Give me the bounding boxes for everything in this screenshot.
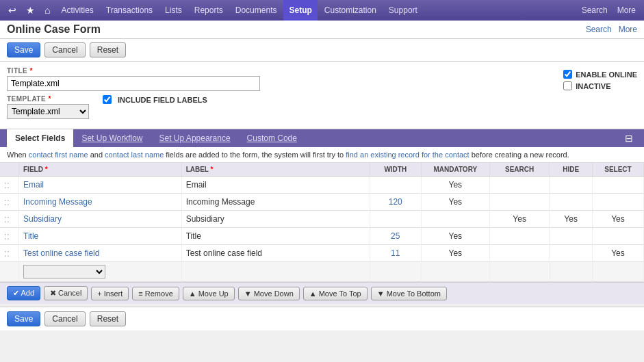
tab-set-up-workflow[interactable]: Set Up Workflow	[73, 129, 151, 147]
nav-customization[interactable]: Customization	[319, 0, 382, 21]
add-label-cell	[181, 262, 370, 282]
save-button[interactable]: Save	[7, 42, 40, 57]
right-checkboxes: ENABLE ONLINE INACTIVE	[563, 67, 637, 90]
tabs-bar: Select Fields Set Up Workflow Set Up App…	[0, 129, 644, 147]
insert-button[interactable]: + Insert	[91, 287, 129, 300]
add-width-cell	[370, 262, 421, 282]
back-icon[interactable]: ↩	[4, 5, 21, 16]
drag-handle[interactable]: ::	[4, 214, 10, 224]
move-down-button[interactable]: ▼ Move Down	[238, 287, 300, 300]
tab-select-fields[interactable]: Select Fields	[7, 129, 73, 147]
bottom-toolbar: Save Cancel Reset	[0, 307, 644, 331]
mandatory-cell: Yes	[421, 177, 489, 194]
enable-online-checkbox[interactable]	[563, 70, 572, 79]
bottom-save-button[interactable]: Save	[7, 311, 40, 326]
tab-custom-code[interactable]: Custom Code	[239, 129, 305, 147]
select-cell	[592, 228, 643, 245]
drag-cell: ::	[0, 177, 19, 194]
enable-online-checkbox-row[interactable]: ENABLE ONLINE	[563, 70, 637, 79]
form-area: TITLE * ENABLE ONLINE INACTIVE TEMPLATE	[0, 62, 644, 129]
label-cell: Subsidiary	[181, 211, 370, 228]
inactive-label: INACTIVE	[576, 82, 610, 90]
fields-table: FIELD * LABEL * WIDTH MANDATORY SEARCH H…	[0, 163, 644, 282]
inactive-checkbox-row[interactable]: INACTIVE	[563, 81, 637, 90]
col-select: SELECT	[592, 163, 643, 177]
width-cell: 11	[370, 245, 421, 262]
drag-cell: ::	[0, 245, 19, 262]
info-message: When contact first name and contact last…	[0, 147, 644, 163]
select-cell	[592, 194, 643, 211]
home-icon[interactable]: ⌂	[40, 5, 54, 16]
add-select-cell	[592, 262, 643, 282]
width-cell: 25	[370, 228, 421, 245]
top-navigation: ↩ ★ ⌂ Activities Transactions Lists Repo…	[0, 0, 644, 21]
search-cell	[489, 245, 550, 262]
field-cell[interactable]: Subsidiary	[19, 211, 182, 228]
add-search-cell	[489, 262, 550, 282]
nav-setup[interactable]: Setup	[283, 0, 317, 21]
col-drag	[0, 163, 19, 177]
nav-documents[interactable]: Documents	[230, 0, 283, 21]
move-to-top-button[interactable]: ▲ Move To Top	[303, 287, 368, 300]
nav-support[interactable]: Support	[383, 0, 423, 21]
nav-more[interactable]: More	[613, 5, 640, 15]
field-cell[interactable]: Email	[19, 177, 182, 194]
field-cell[interactable]: Incoming Message	[19, 194, 182, 211]
template-required: *	[48, 95, 51, 103]
table-row: :: Test online case field Test online ca…	[0, 245, 644, 262]
page-header: Online Case Form Search More	[0, 21, 644, 39]
cancel-button[interactable]: Cancel	[44, 42, 85, 57]
action-bar: ✔ Add ✖ Cancel + Insert ≡ Remove ▲ Move …	[0, 282, 644, 304]
header-more-link[interactable]: More	[619, 25, 637, 34]
template-select[interactable]: Template.xml	[7, 104, 89, 119]
label-cell: Incoming Message	[181, 194, 370, 211]
search-cell: Yes	[489, 211, 550, 228]
table-row: :: Incoming Message Incoming Message 120…	[0, 194, 644, 211]
add-field-cell[interactable]	[19, 262, 182, 282]
title-input[interactable]	[7, 76, 260, 91]
include-field-labels-checkbox[interactable]	[103, 95, 112, 104]
field-cell[interactable]: Title	[19, 228, 182, 245]
hide-cell: Yes	[550, 211, 593, 228]
inactive-checkbox[interactable]	[563, 81, 572, 90]
add-field-select[interactable]	[23, 265, 105, 279]
reset-button[interactable]: Reset	[90, 42, 126, 57]
hide-cell	[550, 194, 593, 211]
bottom-reset-button[interactable]: Reset	[90, 311, 126, 326]
drag-handle[interactable]: ::	[4, 248, 10, 259]
tab-set-up-appearance[interactable]: Set Up Appearance	[151, 129, 239, 147]
move-to-bottom-button[interactable]: ▼ Move To Bottom	[371, 287, 447, 300]
drag-handle[interactable]: ::	[4, 231, 10, 242]
label-cell: Email	[181, 177, 370, 194]
nav-lists[interactable]: Lists	[159, 0, 188, 21]
table-row: :: Email Email Yes	[0, 177, 644, 194]
move-up-button[interactable]: ▲ Move Up	[183, 287, 235, 300]
width-cell	[370, 177, 421, 194]
remove-button[interactable]: ≡ Remove	[132, 287, 179, 300]
add-button[interactable]: ✔ Add	[7, 286, 40, 300]
drag-cell: ::	[0, 194, 19, 211]
collapse-icon[interactable]: ⊟	[621, 130, 637, 146]
search-cell	[489, 228, 550, 245]
width-cell: 120	[370, 194, 421, 211]
title-required: *	[30, 67, 33, 75]
header-search-link[interactable]: Search	[586, 25, 612, 34]
drag-handle[interactable]: ::	[4, 196, 10, 207]
drag-handle[interactable]: ::	[4, 179, 10, 190]
mandatory-cell	[421, 211, 489, 228]
drag-cell: ::	[0, 228, 19, 245]
hide-cell	[550, 228, 593, 245]
nav-reports[interactable]: Reports	[189, 0, 229, 21]
hide-cell	[550, 245, 593, 262]
cancel-row-button[interactable]: ✖ Cancel	[44, 286, 88, 300]
field-cell[interactable]: Test online case field	[19, 245, 182, 262]
nav-transactions[interactable]: Transactions	[101, 0, 158, 21]
favorites-icon[interactable]: ★	[22, 5, 39, 16]
nav-activities[interactable]: Activities	[55, 0, 99, 21]
add-row	[0, 262, 644, 282]
include-field-labels-row[interactable]: INCLUDE FIELD LABELS	[103, 95, 207, 104]
nav-search[interactable]: Search	[578, 5, 612, 15]
include-field-labels-label: INCLUDE FIELD LABELS	[118, 96, 207, 104]
col-width: WIDTH	[370, 163, 421, 177]
bottom-cancel-button[interactable]: Cancel	[44, 311, 85, 326]
